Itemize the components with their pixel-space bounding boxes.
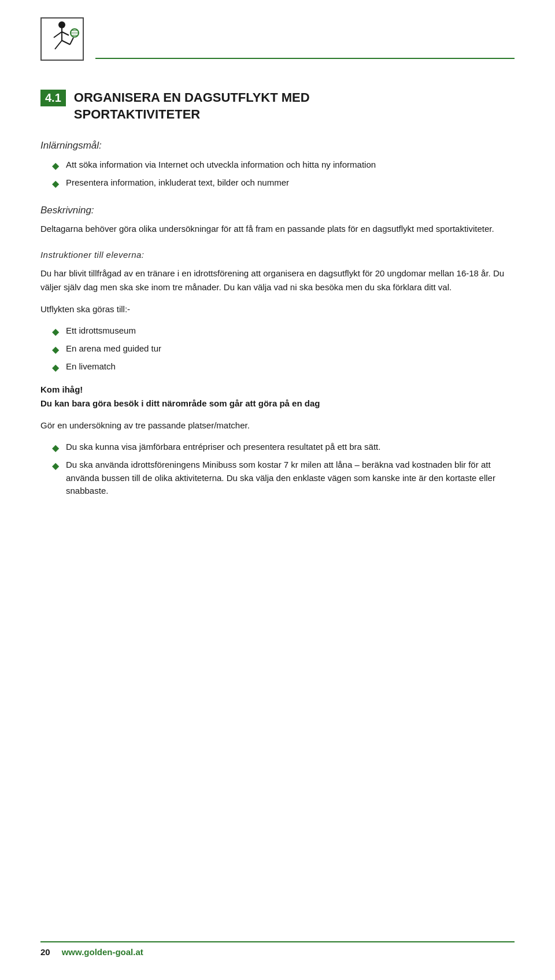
list-item: ◆ Du ska använda idrottsföreningens Mini… xyxy=(52,458,515,498)
utflykten-bullet-3: En livematch xyxy=(66,360,116,373)
inlarningsmal-section: Inlärningsmål: ◆ Att söka information vi… xyxy=(40,140,515,191)
diamond-icon: ◆ xyxy=(52,361,59,375)
section-title-line1: ORGANISERA EN DAGSUTFLYKT MED xyxy=(74,90,310,106)
instruktioner-paragraph2: Gör en undersökning av tre passande plat… xyxy=(40,419,515,432)
footer-page-number: 20 xyxy=(40,947,50,957)
kom-ihag-title: Kom ihåg! xyxy=(40,384,83,394)
svg-line-3 xyxy=(62,32,69,35)
page: 4.1 ORGANISERA EN DAGSUTFLYKT MED SPORTA… xyxy=(0,0,555,980)
svg-point-0 xyxy=(59,22,65,28)
utflykten-list: ◆ Ett idrottsmuseum ◆ En arena med guide… xyxy=(40,324,515,375)
diamond-icon: ◆ xyxy=(52,177,59,191)
instruktioner-section: Instruktioner till eleverna: Du har bliv… xyxy=(40,250,515,498)
diamond-icon: ◆ xyxy=(52,343,59,357)
header xyxy=(40,17,515,61)
list-item: ◆ Ett idrottsmuseum xyxy=(52,324,515,339)
logo-box xyxy=(40,17,84,61)
list-item: ◆ Du ska kunna visa jämförbara entrépris… xyxy=(52,441,515,455)
section-number-row: 4.1 ORGANISERA EN DAGSUTFLYKT MED SPORTA… xyxy=(40,90,515,123)
section-header: 4.1 ORGANISERA EN DAGSUTFLYKT MED SPORTA… xyxy=(40,90,515,123)
inlarningsmal-label: Inlärningsmål: xyxy=(40,140,515,151)
section-number-badge: 4.1 xyxy=(40,90,66,106)
instruktioner-paragraph1: Du har blivit tillfrågad av en tränare i… xyxy=(40,267,515,294)
extra-bullet-2: Du ska använda idrottsföreningens Minibu… xyxy=(66,458,515,498)
inlarningsmal-bullet-2: Presentera information, inkluderat text,… xyxy=(66,176,289,190)
header-line xyxy=(95,58,515,59)
footer-line xyxy=(40,941,515,942)
diamond-icon: ◆ xyxy=(52,159,59,173)
section-title-block: ORGANISERA EN DAGSUTFLYKT MED SPORTAKTIV… xyxy=(74,90,310,123)
utflykten-bullet-2: En arena med guided tur xyxy=(66,342,161,356)
list-item: ◆ En arena med guided tur xyxy=(52,342,515,357)
svg-line-4 xyxy=(55,40,62,49)
beskrivning-label: Beskrivning: xyxy=(40,205,515,216)
logo-image xyxy=(42,19,83,60)
list-item: ◆ En livematch xyxy=(52,360,515,375)
instruktioner-label: Instruktioner till eleverna: xyxy=(40,250,515,260)
diamond-icon: ◆ xyxy=(52,441,59,455)
beskrivning-text: Deltagarna behöver göra olika undersökni… xyxy=(40,222,515,236)
kom-ihag-bold-text: Du kan bara göra besök i ditt närområde … xyxy=(40,398,320,408)
section-title-line2: SPORTAKTIVITETER xyxy=(74,106,310,123)
inlarningsmal-list: ◆ Att söka information via Internet och … xyxy=(40,158,515,191)
beskrivning-section: Beskrivning: Deltagarna behöver göra oli… xyxy=(40,205,515,236)
inlarningsmal-bullet-1: Att söka information via Internet och ut… xyxy=(66,158,376,172)
extra-bullets-list: ◆ Du ska kunna visa jämförbara entrépris… xyxy=(40,441,515,498)
footer-url: www.golden-goal.at xyxy=(62,947,143,957)
footer: 20 www.golden-goal.at xyxy=(0,941,555,957)
diamond-icon: ◆ xyxy=(52,325,59,339)
utflykten-label: Utflykten ska göras till:- xyxy=(40,302,515,316)
footer-content: 20 www.golden-goal.at xyxy=(40,947,515,957)
diamond-icon: ◆ xyxy=(52,459,59,473)
svg-line-5 xyxy=(62,40,70,45)
kom-ihag-text: Kom ihåg! Du kan bara göra besök i ditt … xyxy=(40,383,515,411)
svg-line-6 xyxy=(70,38,73,45)
extra-bullet-1: Du ska kunna visa jämförbara entrépriser… xyxy=(66,441,380,454)
list-item: ◆ Att söka information via Internet och … xyxy=(52,158,515,173)
utflykten-bullet-1: Ett idrottsmuseum xyxy=(66,324,136,338)
svg-line-2 xyxy=(54,32,62,38)
kom-ihag-block: Kom ihåg! Du kan bara göra besök i ditt … xyxy=(40,383,515,411)
list-item: ◆ Presentera information, inkluderat tex… xyxy=(52,176,515,191)
